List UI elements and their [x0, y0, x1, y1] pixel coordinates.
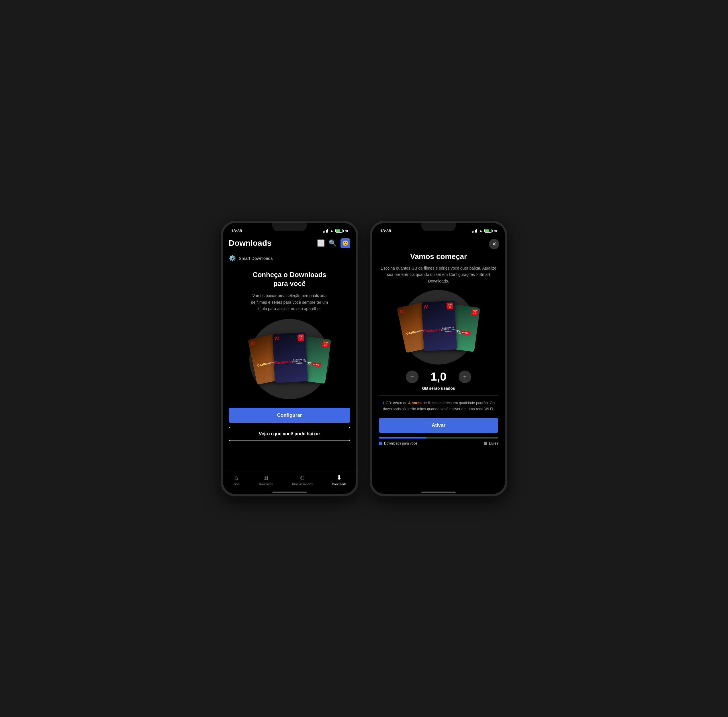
info-text: 1 GB: cerca de 4 horas de filmes e série…	[379, 400, 498, 412]
posters-group-2: N DAHMUM CANÍBAL N TOP10 Racionais	[401, 299, 476, 356]
hero-title: Conheça o Downloads para você	[253, 270, 326, 288]
battery-level: 70	[344, 229, 348, 233]
info-part1: GB: cerca de	[385, 401, 408, 405]
legend-livres-label: Livres	[489, 441, 498, 445]
phone1-screen: 13:38 ▲ 70	[223, 223, 356, 494]
configurar-button[interactable]: Configurar	[229, 408, 350, 423]
ativar-button[interactable]: Ativar	[379, 418, 498, 433]
legend-livres: Livres	[484, 441, 498, 445]
cast-icon[interactable]: ⬜	[317, 240, 325, 247]
smart-downloads-row[interactable]: ⚙️ Smart Downloads	[223, 252, 356, 267]
status-icons-2: ▲ 70	[472, 229, 497, 233]
nav-novidades-label: Novidades	[259, 483, 273, 486]
wifi-icon: ▲	[330, 229, 334, 233]
home-icon: ⌂	[234, 474, 238, 482]
page-title: Downloads	[229, 239, 271, 248]
poster-circle: N DAHMUM CANÍBAL N TOP10 Racionais	[249, 319, 330, 399]
posters-group: N DAHMUM CANÍBAL N TOP10 Racionais	[252, 330, 327, 388]
gb-value: 1,0	[427, 370, 450, 383]
status-icons-1: ▲ 70	[323, 229, 348, 233]
poster-2: N TOP10 Racionais DAS RUAS DE SÃO PAULO …	[273, 333, 308, 383]
storage-bar	[379, 437, 498, 438]
profile-avatar[interactable]: 😊	[341, 238, 350, 248]
legend-dot-livres	[484, 442, 487, 445]
nav-downloads-label: Downloads	[332, 483, 346, 486]
battery-level-2: 70	[493, 229, 497, 233]
nav-inicio-label: Início	[233, 483, 240, 486]
legend-downloads: Downloads para você	[379, 441, 417, 445]
info-hours: 4 horas	[408, 401, 422, 405]
legend-dot-downloads	[379, 442, 382, 445]
battery-icon: 70	[335, 229, 348, 233]
smart-downloads-label: Smart Downloads	[239, 256, 273, 261]
legend-downloads-label: Downloads para você	[384, 441, 417, 445]
status-time-1: 13:38	[231, 228, 242, 233]
poster-circle-2: N DAHMUM CANÍBAL N TOP10 Racionais	[401, 290, 476, 365]
downloads-icon: ⬇	[337, 474, 342, 482]
gear-icon: ⚙️	[229, 255, 236, 262]
increase-gb-button[interactable]: +	[458, 371, 471, 383]
nav-risadas-label: Risadas rápidas	[292, 483, 313, 486]
phones-container: 13:38 ▲ 70	[221, 221, 507, 496]
hero-section: Conheça o Downloads para você Vamos baix…	[223, 267, 356, 471]
decrease-gb-button[interactable]: −	[406, 371, 419, 383]
novidades-icon: ⊞	[263, 474, 268, 482]
header-icons: ⬜ 🔍 😊	[317, 238, 350, 248]
nav-risadas[interactable]: ☺ Risadas rápidas	[292, 474, 313, 486]
hero-subtitle: Vamos baixar uma seleção personalizada d…	[248, 293, 331, 312]
search-icon[interactable]: 🔍	[329, 240, 337, 247]
status-time-2: 13:38	[380, 228, 391, 233]
home-indicator-2	[372, 491, 505, 494]
divider	[379, 395, 498, 395]
vamos-description: Escolha quantos GB de filmes e séries vo…	[379, 265, 498, 284]
nav-downloads[interactable]: ⬇ Downloads	[332, 474, 346, 486]
storage-fill	[379, 437, 426, 438]
screen2-content: Vamos começar Escolha quantos GB de film…	[372, 252, 505, 491]
wifi-icon-2: ▲	[479, 229, 483, 233]
home-indicator-1	[223, 491, 356, 494]
signal-icon	[323, 229, 328, 233]
phone-1: 13:38 ▲ 70	[221, 221, 358, 496]
nav-novidades[interactable]: ⊞ Novidades	[259, 474, 273, 486]
nav-inicio[interactable]: ⌂ Início	[233, 474, 240, 486]
poster-2-2: N TOP10 Racionais DAS RUAS DE SÃO PAULO …	[422, 301, 457, 351]
phone2-screen: 13:38 ▲ 70	[372, 223, 505, 494]
veja-button[interactable]: Veja o que você pode baixar	[229, 427, 350, 441]
bottom-nav: ⌂ Início ⊞ Novidades ☺ Risadas rápidas ⬇…	[223, 471, 356, 491]
battery-icon-2: 70	[484, 229, 497, 233]
status-bar-2: 13:38 ▲ 70	[372, 223, 505, 235]
risadas-icon: ☺	[299, 474, 306, 482]
header-2: ✕	[372, 235, 505, 252]
status-bar-1: 13:38 ▲ 70	[223, 223, 356, 235]
close-button[interactable]: ✕	[489, 239, 499, 249]
phone-2: 13:38 ▲ 70	[370, 221, 507, 496]
header-1: Downloads ⬜ 🔍 😊	[223, 235, 356, 252]
close-icon: ✕	[492, 241, 497, 247]
signal-icon-2	[472, 229, 477, 233]
vamos-title: Vamos começar	[379, 252, 498, 261]
gb-selector: − 1,0 +	[379, 370, 498, 383]
storage-legend: Downloads para você Livres	[379, 441, 498, 445]
gb-label: GB serão usados	[379, 386, 498, 391]
info-gb: 1	[382, 401, 385, 405]
